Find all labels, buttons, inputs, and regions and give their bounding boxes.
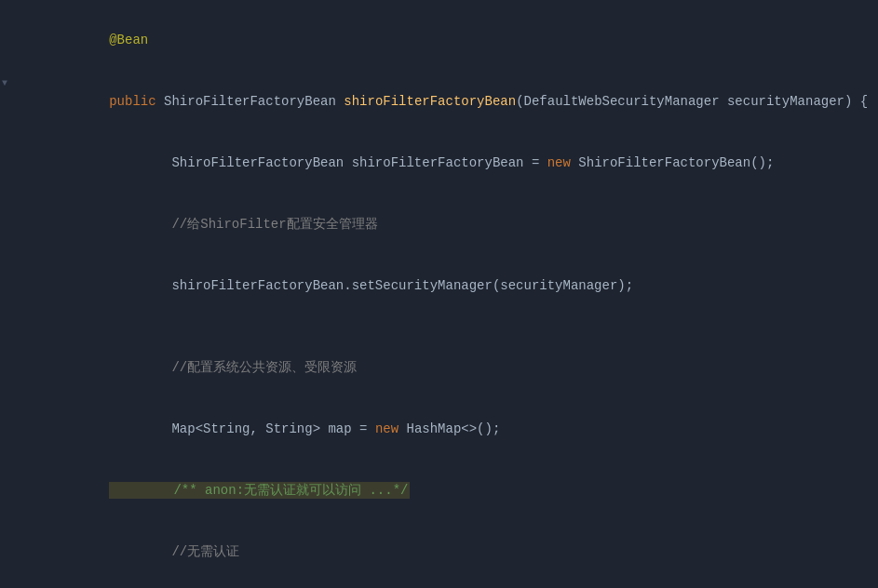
line-code: @Bean bbox=[37, 9, 878, 71]
line-code: //配置系统公共资源、受限资源 bbox=[37, 337, 878, 398]
comment-token: //配置系统公共资源、受限资源 bbox=[109, 360, 357, 375]
keyword-token: new bbox=[547, 155, 571, 170]
annotation-token: @Bean bbox=[109, 33, 148, 47]
line-code: shiroFilterFactoryBean.setSecurityManage… bbox=[37, 255, 878, 316]
code-line: shiroFilterFactoryBean.setSecurityManage… bbox=[0, 255, 878, 316]
plain-token: Map<String, String> map = bbox=[109, 421, 375, 436]
code-line: //无需认证 bbox=[0, 521, 878, 582]
line-code bbox=[37, 316, 878, 337]
plain-token: (DefaultWebSecurityManager securityManag… bbox=[516, 94, 868, 109]
code-line: //给ShiroFilter配置安全管理器 bbox=[0, 194, 878, 255]
plain-token: ShiroFilterFactoryBean(); bbox=[571, 155, 774, 170]
plain-token: HashMap<>(); bbox=[398, 421, 500, 436]
code-line: ▼ public ShiroFilterFactoryBean shiroFil… bbox=[0, 71, 878, 132]
line-code: //给ShiroFilter配置安全管理器 bbox=[37, 194, 878, 255]
line-code: //无需认证 bbox=[37, 521, 878, 582]
code-line: Map<String, String> map = new HashMap<>(… bbox=[0, 398, 878, 460]
line-code: ShiroFilterFactoryBean shiroFilterFactor… bbox=[37, 132, 878, 194]
keyword-token: new bbox=[375, 421, 398, 436]
block-comment-token: /** anon:无需认证就可以访问 ...*/ bbox=[109, 482, 410, 499]
comment-token: //给ShiroFilter配置安全管理器 bbox=[109, 217, 377, 232]
line-code: map.put("/user/login","anon"); bbox=[37, 582, 878, 588]
line-code: Map<String, String> map = new HashMap<>(… bbox=[37, 398, 878, 460]
keyword-token: public bbox=[109, 94, 155, 109]
code-line: @Bean bbox=[0, 9, 878, 71]
plain-token: ShiroFilterFactoryBean shiroFilterFactor… bbox=[109, 155, 547, 170]
plain-token: ShiroFilterFactoryBean bbox=[156, 94, 344, 109]
comment-token: //无需认证 bbox=[109, 544, 239, 559]
method-token: shiroFilterFactoryBean bbox=[344, 94, 516, 109]
code-line: /** anon:无需认证就可以访问 ...*/ bbox=[0, 460, 878, 521]
code-editor: @Bean ▼ public ShiroFilterFactoryBean sh… bbox=[0, 0, 878, 588]
fold-icon[interactable]: ▼ bbox=[2, 74, 7, 94]
code-line: map.put("/user/login","anon"); bbox=[0, 582, 878, 588]
code-line bbox=[0, 316, 878, 337]
plain-token: shiroFilterFactoryBean.setSecurityManage… bbox=[109, 278, 633, 293]
line-code: public ShiroFilterFactoryBean shiroFilte… bbox=[37, 71, 878, 132]
code-line: //配置系统公共资源、受限资源 bbox=[0, 337, 878, 398]
code-line: ShiroFilterFactoryBean shiroFilterFactor… bbox=[0, 132, 878, 194]
line-code: /** anon:无需认证就可以访问 ...*/ bbox=[37, 460, 878, 521]
